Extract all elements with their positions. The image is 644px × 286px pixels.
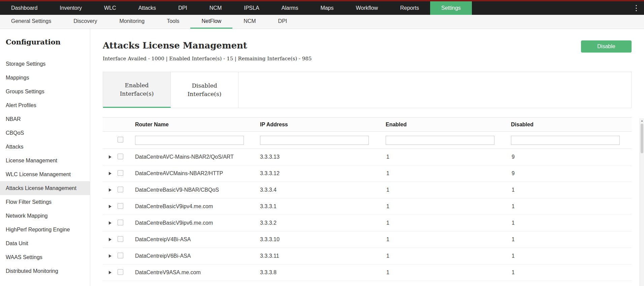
sidebar-item[interactable]: Alert Profiles [0,98,90,112]
sidebar-item[interactable]: NBAR [0,112,90,126]
sidebar-items: Storage Settings Mappings Groups Setting… [0,57,90,278]
cell-enabled: 1 [386,269,511,276]
cell-router-name: DataCentreipV4Bi-ASA [135,236,260,243]
router-name-filter-input[interactable] [135,136,244,145]
top-nav: Dashboard Inventory WLC Attacks DPI NCM … [0,0,644,15]
top-nav-item[interactable]: NCM [198,1,233,15]
top-nav-item[interactable]: IPSLA [233,1,270,15]
interface-tab[interactable]: Disabled Interface(s) [171,72,238,108]
sub-nav-item[interactable]: General Settings [0,15,62,29]
expand-arrow-icon[interactable] [109,254,111,258]
sub-nav-item[interactable]: Monitoring [108,15,156,29]
row-checkbox[interactable] [118,154,123,159]
sidebar-item[interactable]: Data Unit [0,236,90,250]
top-nav-item[interactable]: DPI [167,1,198,15]
enabled-filter-input[interactable] [386,136,494,145]
cell-router-name: DataCentreBasicV9ipv4.me.com [135,203,260,210]
disable-button[interactable]: Disable [581,40,632,53]
sidebar-item[interactable]: Network Mapping [0,209,90,223]
cell-disabled: 1 [511,236,632,243]
sidebar-item[interactable]: Attacks [0,140,90,154]
expand-arrow-icon[interactable] [109,172,111,175]
select-all-checkbox[interactable] [118,137,123,142]
cell-disabled: 1 [511,220,632,226]
sub-nav-item[interactable]: NCM [232,15,267,29]
sidebar-item[interactable]: WAAS Settings [0,250,90,264]
sub-nav-item[interactable]: Discovery [62,15,108,29]
scrollbar-up-arrow-icon[interactable]: ▲ [640,118,644,123]
sidebar-item[interactable]: Groups Settings [0,85,90,98]
column-header-router-name: Router Name [135,122,260,128]
table-filter-row [103,132,632,149]
cell-router-name: DataCentreAVCMains-NBAR2/HTTP [135,170,260,177]
row-checkbox[interactable] [118,253,123,258]
sidebar-item[interactable]: Distributed Monitoring [0,264,90,278]
table-row: DataCentreipV4Bi-ASA 3.3.3.10 1 1 [103,231,632,248]
top-nav-item[interactable]: Maps [309,1,345,15]
cell-router-name: DataCentreAVC-Mains-NBAR2/QoS/ART [135,154,260,160]
row-checkbox[interactable] [118,269,123,275]
cell-ip-address: 3.3.3.12 [260,170,386,177]
top-nav-item[interactable]: Dashboard [0,1,49,15]
cell-router-name: DataCentreipV6Bi-ASA [135,253,260,259]
cell-disabled: 9 [511,154,632,160]
sidebar-item[interactable]: WLC License Management [0,167,90,181]
top-nav-item[interactable]: Inventory [49,1,93,15]
row-checkbox[interactable] [118,170,123,176]
expand-arrow-icon[interactable] [109,155,111,159]
row-checkbox[interactable] [118,236,123,242]
cell-ip-address: 3.3.3.10 [260,236,386,243]
sidebar-title: Configuration [6,38,90,46]
cell-enabled: 1 [386,220,511,226]
sidebar-item[interactable]: Storage Settings [0,57,90,71]
sidebar-item[interactable]: License Management [0,154,90,167]
cell-enabled: 1 [386,236,511,243]
cell-enabled: 1 [386,253,511,259]
table-row: DataCentreBasicV9ipv4.me.com 3.3.3.1 1 1 [103,198,632,215]
interface-tab[interactable]: Enabled Interface(s) [103,72,171,108]
row-checkbox[interactable] [118,220,123,225]
expand-arrow-icon[interactable] [109,188,111,192]
top-nav-item[interactable]: Settings [430,1,472,15]
disabled-filter-input[interactable] [511,136,620,145]
expand-arrow-icon[interactable] [109,271,111,274]
row-checkbox[interactable] [118,187,123,192]
ip-address-filter-input[interactable] [260,136,369,145]
top-nav-item[interactable]: Workflow [345,1,389,15]
table-row: DataCentreBasicV9ipv6.me.com 3.3.3.2 1 1 [103,215,632,231]
interface-tabs: Enabled Interface(s) Disabled Interface(… [103,72,632,108]
sidebar-item[interactable]: CBQoS [0,126,90,140]
configuration-sidebar: Configuration Storage Settings Mappings … [0,29,90,286]
cell-router-name: DataCentreBasicV9ipv6.me.com [135,220,260,226]
cell-ip-address: 3.3.3.1 [260,203,386,210]
expand-arrow-icon[interactable] [109,205,111,208]
main-content: Attacks License Management Interface Ava… [90,29,644,286]
cell-ip-address: 3.3.3.2 [260,220,386,226]
top-nav-item[interactable]: Alarms [270,1,310,15]
sub-nav-item[interactable]: Tools [156,15,190,29]
interface-tab-label: Enabled Interface(s) [118,81,156,98]
cell-disabled: 9 [511,170,632,177]
vertical-scrollbar[interactable]: ▲ [640,118,644,286]
top-nav-item[interactable]: Reports [389,1,430,15]
top-nav-item[interactable]: Attacks [127,1,167,15]
cell-ip-address: 3.3.3.4 [260,187,386,193]
cell-enabled: 1 [386,203,511,210]
row-checkbox[interactable] [118,203,123,209]
expand-arrow-icon[interactable] [109,238,111,241]
table-body: DataCentreAVC-Mains-NBAR2/QoS/ART 3.3.3.… [103,149,632,281]
cell-enabled: 1 [386,170,511,177]
sidebar-item[interactable]: HighPerf Reporting Engine [0,223,90,236]
sidebar-item[interactable]: Attacks License Management [0,181,90,195]
expand-arrow-icon[interactable] [109,221,111,225]
top-nav-item[interactable]: WLC [93,1,127,15]
cell-disabled: 1 [511,269,632,276]
sub-nav-item[interactable]: NetFlow [190,15,232,29]
sub-nav-item[interactable]: DPI [267,15,298,29]
kebab-menu-icon[interactable]: ⋮ [629,1,644,15]
sidebar-item[interactable]: Flow Filter Settings [0,195,90,209]
table-row: DataCentreBasicV9-NBAR/CBQoS 3.3.3.4 1 1 [103,182,632,198]
cell-router-name: DataCentreV9ASA.me.com [135,269,260,276]
sidebar-item[interactable]: Mappings [0,71,90,85]
scrollbar-thumb[interactable] [641,124,643,153]
